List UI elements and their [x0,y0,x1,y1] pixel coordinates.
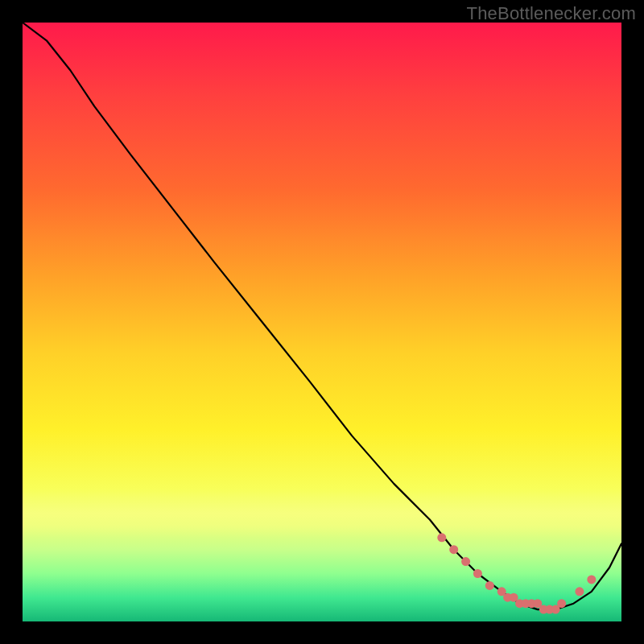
marker-dot [557,599,566,608]
marker-dot [473,569,482,578]
plot-area [23,23,621,621]
marker-group [437,533,596,613]
marker-dot [575,587,584,596]
watermark-text: TheBottlenecker.com [467,3,636,24]
curve-layer [23,23,621,621]
marker-dot [587,575,596,584]
marker-dot [449,545,458,554]
marker-dot [437,533,446,542]
marker-dot [485,581,494,590]
chart-stage: TheBottlenecker.com [0,0,644,644]
curve-path [23,23,621,609]
marker-dot [461,557,470,566]
